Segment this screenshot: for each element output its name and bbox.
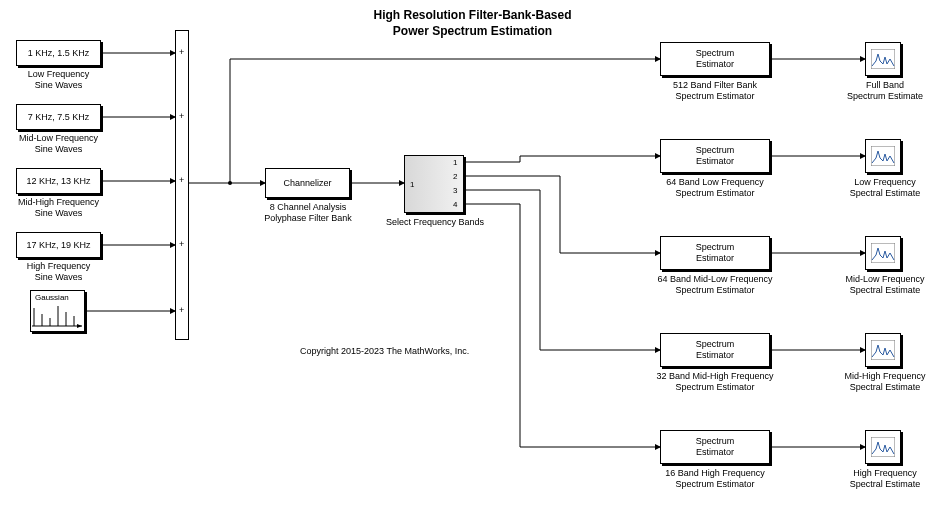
- svg-rect-9: [871, 146, 895, 166]
- selector-out-port-1: 1: [453, 158, 457, 167]
- scope-block-high[interactable]: [865, 430, 901, 464]
- estimator-text: Spectrum Estimator: [696, 48, 735, 70]
- source-text: 12 KHz, 13 KHz: [26, 176, 90, 187]
- selector-in-port: 1: [410, 180, 414, 189]
- wires-layer: [0, 0, 945, 508]
- scope-block-midhigh[interactable]: [865, 333, 901, 367]
- source-label-midhigh: Mid-High Frequency Sine Waves: [16, 197, 101, 219]
- source-block-midlow[interactable]: 7 KHz, 7.5 KHz: [16, 104, 101, 130]
- spectrum-icon: [871, 49, 895, 69]
- svg-rect-8: [871, 49, 895, 69]
- source-label-high: High Frequency Sine Waves: [16, 261, 101, 283]
- estimator-label-high: 16 Band High Frequency Spectrum Estimato…: [640, 468, 790, 490]
- selector-out-port-4: 4: [453, 200, 457, 209]
- selector-label: Select Frequency Bands: [380, 217, 490, 228]
- svg-point-18: [228, 181, 232, 185]
- estimator-text: Spectrum Estimator: [696, 145, 735, 167]
- estimator-block-high[interactable]: Spectrum Estimator: [660, 430, 770, 464]
- estimator-text: Spectrum Estimator: [696, 436, 735, 458]
- plus-icon: +: [179, 176, 184, 185]
- scope-block-full[interactable]: [865, 42, 901, 76]
- channelizer-block[interactable]: Channelizer: [265, 168, 350, 198]
- spectrum-icon: [871, 146, 895, 166]
- noise-icon: [32, 304, 85, 332]
- plus-icon: +: [179, 48, 184, 57]
- source-text: 17 KHz, 19 KHz: [26, 240, 90, 251]
- svg-rect-11: [871, 340, 895, 360]
- svg-marker-7: [77, 324, 82, 328]
- source-block-high[interactable]: 17 KHz, 19 KHz: [16, 232, 101, 258]
- selector-out-port-3: 3: [453, 186, 457, 195]
- title-line-2: Power Spectrum Estimation: [393, 24, 552, 38]
- sum-block[interactable]: [175, 30, 189, 340]
- estimator-text: Spectrum Estimator: [696, 339, 735, 361]
- estimator-block-full[interactable]: Spectrum Estimator: [660, 42, 770, 76]
- gaussian-text: Gaussian: [35, 293, 69, 302]
- source-label-midlow: Mid-Low Frequency Sine Waves: [16, 133, 101, 155]
- scope-label-midlow: Mid-Low Frequency Spectral Estimate: [838, 274, 932, 296]
- plus-icon: +: [179, 240, 184, 249]
- scope-label-full: Full Band Spectrum Estimate: [840, 80, 930, 102]
- channelizer-text: Channelizer: [283, 178, 331, 189]
- scope-block-low[interactable]: [865, 139, 901, 173]
- spectrum-icon: [871, 437, 895, 457]
- channelizer-label: 8 Channel Analysis Polyphase Filter Bank: [253, 202, 363, 224]
- svg-rect-10: [871, 243, 895, 263]
- scope-label-low: Low Frequency Spectral Estimate: [840, 177, 930, 199]
- diagram-title: High Resolution Filter-Bank-Based Power …: [0, 8, 945, 39]
- selector-out-port-2: 2: [453, 172, 457, 181]
- copyright-text: Copyright 2015-2023 The MathWorks, Inc.: [300, 346, 469, 356]
- source-label-low: Low Frequency Sine Waves: [16, 69, 101, 91]
- estimator-label-low: 64 Band Low Frequency Spectrum Estimator: [640, 177, 790, 199]
- estimator-text: Spectrum Estimator: [696, 242, 735, 264]
- gaussian-noise-block[interactable]: Gaussian: [30, 290, 85, 332]
- spectrum-icon: [871, 243, 895, 263]
- estimator-label-full: 512 Band Filter Bank Spectrum Estimator: [640, 80, 790, 102]
- source-text: 1 KHz, 1.5 KHz: [28, 48, 90, 59]
- scope-label-midhigh: Mid-High Frequency Spectral Estimate: [838, 371, 932, 393]
- source-block-midhigh[interactable]: 12 KHz, 13 KHz: [16, 168, 101, 194]
- estimator-block-midhigh[interactable]: Spectrum Estimator: [660, 333, 770, 367]
- scope-label-high: High Frequency Spectral Estimate: [840, 468, 930, 490]
- estimator-block-midlow[interactable]: Spectrum Estimator: [660, 236, 770, 270]
- plus-icon: +: [179, 112, 184, 121]
- source-block-low[interactable]: 1 KHz, 1.5 KHz: [16, 40, 101, 66]
- plus-icon: +: [179, 306, 184, 315]
- title-line-1: High Resolution Filter-Bank-Based: [373, 8, 571, 22]
- svg-rect-12: [871, 437, 895, 457]
- source-text: 7 KHz, 7.5 KHz: [28, 112, 90, 123]
- estimator-block-low[interactable]: Spectrum Estimator: [660, 139, 770, 173]
- estimator-label-midlow: 64 Band Mid-Low Frequency Spectrum Estim…: [632, 274, 798, 296]
- scope-block-midlow[interactable]: [865, 236, 901, 270]
- spectrum-icon: [871, 340, 895, 360]
- estimator-label-midhigh: 32 Band Mid-High Frequency Spectrum Esti…: [632, 371, 798, 393]
